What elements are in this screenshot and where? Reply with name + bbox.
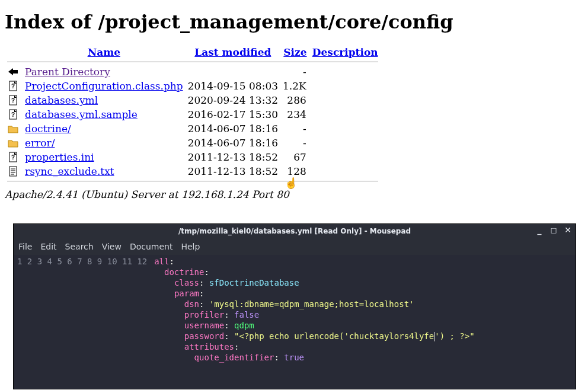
file-description xyxy=(310,150,381,164)
table-row: Parent Directory- xyxy=(5,65,381,79)
file-unknown-icon xyxy=(5,150,23,164)
file-date: 2014-06-07 18:16 xyxy=(186,136,280,150)
file-description xyxy=(310,107,381,122)
file-unknown-icon xyxy=(5,107,23,122)
file-date: 2014-09-15 08:03 xyxy=(186,79,280,93)
file-date xyxy=(186,65,280,79)
file-link[interactable]: Parent Directory xyxy=(25,66,110,78)
file-unknown-icon xyxy=(5,79,23,93)
server-signature: Apache/2.4.41 (Ubuntu) Server at 192.168… xyxy=(5,188,583,200)
menu-file[interactable]: File xyxy=(18,242,32,251)
table-row: databases.yml.sample2016-02-17 15:30234 xyxy=(5,107,381,122)
file-size: - xyxy=(280,122,310,136)
file-link[interactable]: doctrine/ xyxy=(25,123,71,135)
menu-search[interactable]: Search xyxy=(65,242,94,251)
directory-listing-page: Index of /project_management/core/config… xyxy=(0,0,588,205)
file-link[interactable]: rsync_exclude.txt xyxy=(25,165,114,177)
file-link[interactable]: error/ xyxy=(25,137,55,149)
file-size: 67 xyxy=(280,150,310,164)
menu-help[interactable]: Help xyxy=(181,242,200,251)
close-button[interactable]: ✕ xyxy=(563,225,573,235)
text-icon xyxy=(5,164,23,178)
file-size: - xyxy=(280,65,310,79)
menu-edit[interactable]: Edit xyxy=(40,242,56,251)
file-description xyxy=(310,136,381,150)
file-description xyxy=(310,164,381,178)
file-date: 2011-12-13 18:52 xyxy=(186,150,280,164)
file-size: - xyxy=(280,136,310,150)
line-gutter: 1 2 3 4 5 6 7 8 9 10 11 12 xyxy=(14,255,151,389)
window-title: /tmp/mozilla_kiel0/databases.yml [Read O… xyxy=(178,227,411,235)
file-size: 234 xyxy=(280,107,310,122)
maximize-button[interactable]: □ xyxy=(548,225,559,235)
table-row: ProjectConfiguration.class.php2014-09-15… xyxy=(5,79,381,93)
header-size[interactable]: Size xyxy=(280,45,310,59)
file-size: 128 xyxy=(280,164,310,178)
mousepad-window: /tmp/mozilla_kiel0/databases.yml [Read O… xyxy=(13,223,576,389)
table-row: doctrine/2014-06-07 18:16- xyxy=(5,122,381,136)
header-description[interactable]: Description xyxy=(310,45,381,59)
file-link[interactable]: ProjectConfiguration.class.php xyxy=(25,80,183,92)
table-row: databases.yml2020-09-24 13:32286 xyxy=(5,93,381,107)
file-date: 2014-06-07 18:16 xyxy=(186,122,280,136)
folder-icon xyxy=(5,136,23,150)
table-row: error/2014-06-07 18:16- xyxy=(5,136,381,150)
header-name[interactable]: Name xyxy=(23,45,186,59)
file-size: 286 xyxy=(280,93,310,107)
window-titlebar[interactable]: /tmp/mozilla_kiel0/databases.yml [Read O… xyxy=(14,224,576,238)
header-row: Name Last modified Size Description xyxy=(5,45,381,59)
file-date: 2016-02-17 15:30 xyxy=(186,107,280,122)
file-listing-table: Name Last modified Size Description Pare… xyxy=(5,45,381,184)
file-unknown-icon xyxy=(5,93,23,107)
file-link[interactable]: databases.yml xyxy=(25,94,98,106)
file-date: 2020-09-24 13:32 xyxy=(186,93,280,107)
minimize-button[interactable]: _ xyxy=(534,225,545,235)
menu-document[interactable]: Document xyxy=(130,242,173,251)
file-description xyxy=(310,122,381,136)
folder-icon xyxy=(5,122,23,136)
back-icon xyxy=(5,65,23,79)
table-row: rsync_exclude.txt2011-12-13 18:52128 xyxy=(5,164,381,178)
file-description xyxy=(310,79,381,93)
table-row: properties.ini2011-12-13 18:5267 xyxy=(5,150,381,164)
page-title: Index of /project_management/core/config xyxy=(5,11,583,33)
code-content[interactable]: all: doctrine: class: sfDoctrineDatabase… xyxy=(151,255,478,389)
header-icon xyxy=(5,45,23,59)
menu-view[interactable]: View xyxy=(102,242,122,251)
header-modified[interactable]: Last modified xyxy=(186,45,280,59)
editor-area[interactable]: 1 2 3 4 5 6 7 8 9 10 11 12 all: doctrine… xyxy=(14,255,576,389)
file-description xyxy=(310,65,381,79)
file-link[interactable]: properties.ini xyxy=(25,151,94,163)
file-link[interactable]: databases.yml.sample xyxy=(25,108,138,120)
file-date: 2011-12-13 18:52 xyxy=(186,164,280,178)
menu-bar: FileEditSearchViewDocumentHelp xyxy=(14,238,576,255)
file-size: 1.2K xyxy=(280,79,310,93)
file-description xyxy=(310,93,381,107)
